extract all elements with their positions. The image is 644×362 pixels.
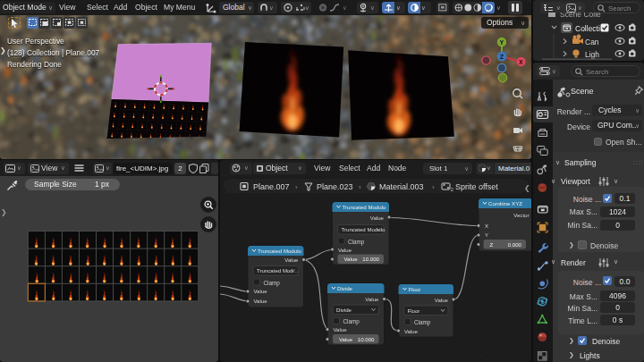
- svg-text:X: X: [485, 223, 488, 229]
- svg-text:Divide: Divide: [336, 307, 352, 313]
- svg-text:Value: Value: [339, 336, 353, 342]
- svg-text:Can: Can: [585, 38, 599, 46]
- svg-text:Clamp: Clamp: [414, 319, 431, 326]
- svg-text:Truncated Modulo: Truncated Modulo: [343, 204, 387, 210]
- svg-text:Z: Z: [490, 241, 494, 248]
- svg-text:Value: Value: [334, 326, 348, 333]
- svg-text:Value: Value: [284, 257, 299, 263]
- svg-text:Floor: Floor: [408, 307, 420, 314]
- svg-text:Truncated Modulo: Truncated Modulo: [342, 226, 386, 232]
- svg-text:Combine XYZ: Combine XYZ: [488, 200, 522, 206]
- svg-text:10.000: 10.000: [358, 336, 375, 342]
- svg-text:Clamp: Clamp: [348, 239, 365, 246]
- svg-text:Collecti: Collecti: [575, 24, 600, 33]
- svg-text:Divide: Divide: [337, 285, 353, 291]
- svg-text:Value: Value: [404, 328, 419, 334]
- svg-text:Value: Value: [370, 215, 385, 221]
- svg-text:Value: Value: [365, 296, 379, 302]
- svg-text:Vector: Vector: [513, 212, 529, 218]
- svg-text:Value: Value: [435, 297, 449, 303]
- svg-text:Value: Value: [254, 298, 268, 304]
- svg-text:Scene Colle: Scene Colle: [560, 13, 601, 19]
- svg-text:X: X: [519, 59, 523, 65]
- svg-text:Ligh: Ligh: [585, 50, 599, 59]
- svg-text:10.000: 10.000: [362, 256, 379, 262]
- svg-text:Clamp: Clamp: [343, 318, 360, 325]
- svg-text:Y: Y: [500, 39, 504, 46]
- svg-text:Clamp: Clamp: [264, 280, 281, 287]
- svg-text:0.000: 0.000: [508, 241, 522, 248]
- svg-text:Floor: Floor: [409, 286, 421, 292]
- svg-text:Value: Value: [254, 288, 268, 294]
- svg-text:Truncated Modulo: Truncated Modulo: [258, 248, 302, 254]
- svg-text:Z: Z: [500, 54, 504, 60]
- svg-text:Value: Value: [344, 256, 359, 262]
- svg-text:Value: Value: [338, 247, 352, 253]
- svg-text:Y: Y: [485, 232, 488, 238]
- svg-text:∨: ∨: [343, 4, 347, 11]
